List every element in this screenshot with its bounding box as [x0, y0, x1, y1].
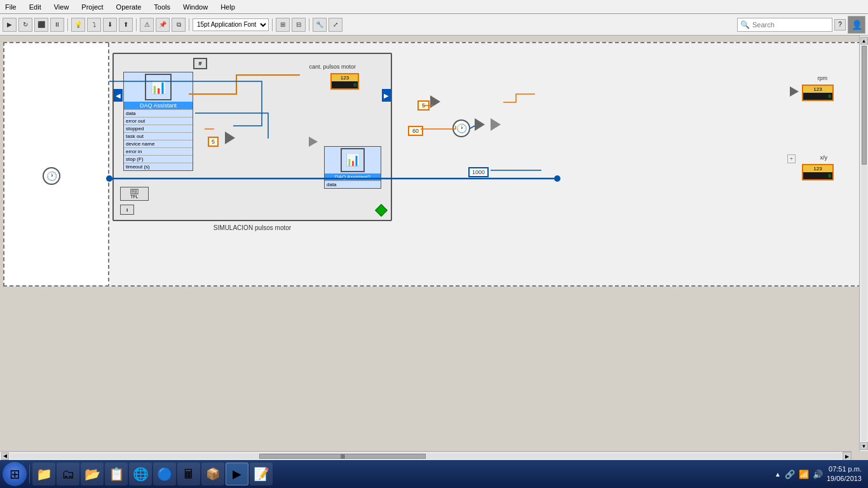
daq1-port-stopped: stopped — [124, 125, 193, 132]
main-diagram: SIMULACION pulsos motor # ◀ 📊 DAQ Assist… — [109, 43, 861, 287]
taskbar-btn-folder[interactable]: 🗂 — [57, 463, 79, 485]
divide-op: ÷ — [787, 154, 796, 163]
order-button[interactable]: 🔧 — [313, 18, 327, 32]
cant-pulsos-indicator: 123 0 — [330, 73, 359, 90]
daq2-icon: 📊 — [325, 147, 381, 173]
daq2-title: DAQ Assistant2 — [325, 173, 381, 180]
toolbar-separator-1 — [67, 18, 68, 31]
taskbar: ⊞ 📁 🗂 📂 📋 🌐 🔵 🖩 📦 ▶ 📝 ▲ 🔗 📶 🔊 07:51 p.m.… — [0, 460, 868, 488]
taskbar-btn-folder3[interactable]: 📋 — [105, 463, 128, 485]
clock-date: 19/06/2013 — [827, 474, 862, 484]
menu-view[interactable]: View — [51, 2, 72, 12]
toolbar-separator-5 — [309, 18, 309, 31]
menu-project[interactable]: Project — [79, 2, 105, 12]
step-into-button[interactable]: ⬇ — [103, 18, 117, 32]
rpm-indicator: 123 0 — [802, 85, 834, 101]
const-60: 60 — [408, 126, 423, 136]
compare-op-2 — [309, 137, 318, 147]
compare-diamond — [491, 118, 501, 131]
bool-stop-const: 123 TFL — [120, 187, 149, 201]
horizontal-scrollbar[interactable]: ◀ ||| ▶ ▶ — [0, 451, 851, 460]
simulation-box-title: SIMULACION pulsos motor — [214, 224, 291, 231]
cond-terminal-sim — [375, 204, 388, 217]
rpm-label: rpm — [818, 75, 828, 81]
daq1-icon: 📊 — [124, 72, 193, 102]
const-5-sim[interactable]: 5 — [208, 137, 219, 147]
menu-file[interactable]: File — [3, 2, 19, 12]
scrollbar-down-btn[interactable]: ▼ — [860, 442, 868, 450]
daq1-port-device-name: device name — [124, 140, 193, 147]
retain-button[interactable]: 📌 — [156, 18, 170, 32]
menu-help[interactable]: Help — [218, 2, 238, 12]
taskbar-divider-1 — [29, 464, 30, 484]
compare-before-rpm — [790, 86, 799, 97]
daq1-port-stop: stop (F) — [124, 155, 193, 163]
highlight-button[interactable]: 💡 — [71, 18, 85, 32]
step-out-button[interactable]: ⬆ — [119, 18, 133, 32]
cleanup-button[interactable]: ⧉ — [172, 18, 186, 32]
taskbar-btn-media[interactable]: 📦 — [201, 463, 224, 485]
tray-expand[interactable]: ▲ — [775, 471, 781, 478]
pause-button[interactable]: ⏸ — [50, 18, 64, 32]
for-loop-i-box: i — [120, 205, 134, 215]
taskbar-btn-notepad[interactable]: 📝 — [250, 463, 273, 485]
const-5-right[interactable]: 5 — [417, 100, 430, 111]
taskbar-btn-labview[interactable]: ▶ — [226, 463, 248, 485]
xy-label: x/y — [820, 154, 827, 161]
daq-assistant-1[interactable]: 📊 DAQ Assistant data error out stopped t… — [123, 72, 193, 171]
diagram-canvas[interactable]: 🕐 SIMULACION pulsos motor # ◀ — [3, 42, 861, 287]
tray-volume-icon: 🔊 — [813, 470, 823, 479]
search-icon: 🔍 — [740, 20, 750, 29]
vertical-scrollbar[interactable]: ▲ ▼ — [859, 36, 868, 451]
xy-indicator: 123 0 — [802, 164, 834, 180]
menu-operate[interactable]: Operate — [114, 2, 144, 12]
vscroll-thumb[interactable] — [862, 46, 867, 165]
daq1-port-error-out: error out — [124, 117, 193, 125]
front-panel-section: 🕐 — [4, 43, 109, 287]
taskbar-btn-chrome[interactable]: 🔵 — [153, 463, 176, 485]
simulation-box: SIMULACION pulsos motor # ◀ 📊 DAQ Assist… — [112, 53, 392, 221]
resize-button[interactable]: ⤢ — [329, 18, 342, 32]
distribute-button[interactable]: ⊟ — [292, 18, 306, 32]
compare-op-right-1 — [430, 95, 440, 108]
scrollbar-expand-btn[interactable]: ▶ — [843, 452, 851, 461]
user-button[interactable]: 👤 — [848, 16, 865, 34]
taskbar-btn-ie[interactable]: 🌐 — [129, 463, 152, 485]
run-button[interactable]: ▶ — [3, 18, 17, 32]
warn-button[interactable]: ⚠ — [140, 18, 154, 32]
menu-tools[interactable]: Tools — [151, 2, 173, 12]
toolbar-separator-3 — [189, 18, 189, 31]
align-button[interactable]: ⊞ — [276, 18, 290, 32]
help-button[interactable]: ? — [834, 19, 846, 30]
run-continuously-button[interactable]: ↻ — [18, 18, 32, 32]
daq1-port-timeout: timeout (s) — [124, 163, 193, 170]
daq1-port-task-out: task out — [124, 132, 193, 140]
shift-register-right: ▶ — [382, 89, 391, 102]
scrollbar-thumb[interactable]: ||| — [259, 454, 426, 459]
menu-window[interactable]: Window — [180, 2, 210, 12]
search-input[interactable] — [752, 21, 822, 29]
font-select[interactable]: 15pt Application Font — [193, 18, 269, 31]
const-1000[interactable]: 1000 — [468, 167, 489, 177]
main-area: 🕐 SIMULACION pulsos motor # ◀ — [0, 36, 868, 451]
daq-assistant-2[interactable]: 📊 DAQ Assistant2 data — [324, 146, 381, 189]
scrollbar-track: ||| — [10, 454, 841, 459]
start-button[interactable]: ⊞ — [3, 462, 27, 486]
clock-time: 07:51 p.m. — [827, 464, 862, 474]
cant-pulsos-label: cant. pulsos motor — [309, 64, 356, 70]
taskbar-btn-explorer[interactable]: 📁 — [32, 463, 55, 485]
tray-network-icon: 🔗 — [785, 470, 795, 479]
toolbar-separator-2 — [136, 18, 137, 31]
tray-signal-icon: 📶 — [799, 470, 809, 479]
taskbar-btn-folder2[interactable]: 📂 — [81, 463, 104, 485]
scrollbar-up-btn[interactable]: ▲ — [860, 37, 868, 44]
daq2-port-data: data — [325, 180, 381, 188]
scrollbar-left-btn[interactable]: ◀ — [1, 452, 9, 460]
step-over-button[interactable]: ⤵ — [87, 18, 101, 32]
toolbar: ▶ ↻ ⬛ ⏸ 💡 ⤵ ⬇ ⬆ ⚠ 📌 ⧉ 15pt Application F… — [0, 14, 868, 36]
menu-edit[interactable]: Edit — [27, 2, 44, 12]
toolbar-separator-4 — [272, 18, 273, 31]
abort-button[interactable]: ⬛ — [34, 18, 48, 32]
taskbar-btn-calc[interactable]: 🖩 — [177, 463, 200, 485]
system-clock[interactable]: 07:51 p.m. 19/06/2013 — [827, 464, 862, 484]
